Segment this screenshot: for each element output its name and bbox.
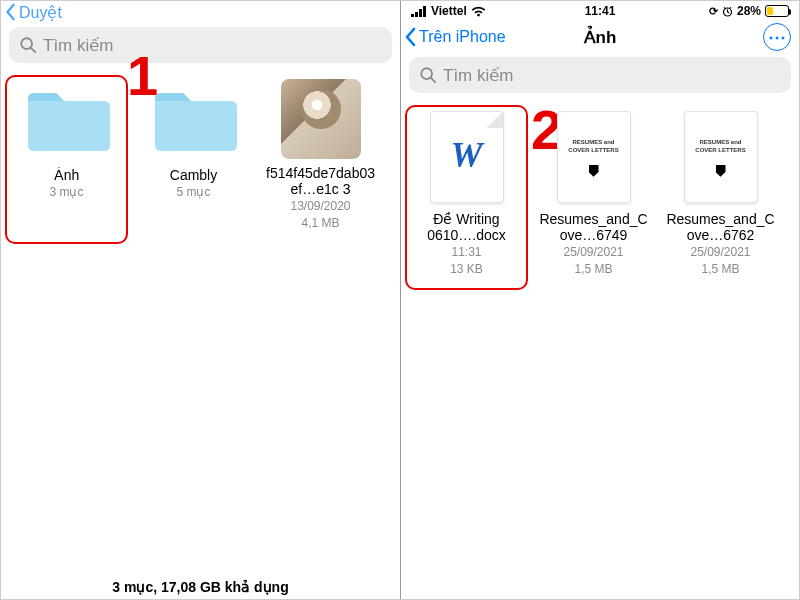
search-input[interactable]: Tìm kiếm [409,57,791,93]
svg-point-11 [421,68,432,79]
search-input[interactable]: Tìm kiếm [9,27,392,63]
carrier-label: Viettel [431,4,467,18]
right-pane: Viettel 11:41 ⟳ 28% Trên iPhone Ảnh ⋯ Tì… [400,1,799,599]
search-wrap: Tìm kiếm [401,53,799,99]
wifi-icon [471,6,486,17]
svg-rect-3 [415,12,418,17]
search-icon [19,36,37,54]
search-placeholder: Tìm kiếm [43,35,113,56]
signal-icon [411,6,427,17]
image-thumbnail [281,79,361,159]
item-name: Ảnh [54,167,80,183]
folder-icon [24,79,110,161]
svg-line-1 [31,48,35,52]
search-wrap: Tìm kiếm [1,23,400,69]
item-size: 1,5 MB [701,262,739,276]
item-name: Cambly [170,167,217,183]
item-size: 4,1 MB [301,216,339,230]
left-pane: Duyệt Tìm kiếm 1 Ảnh 3 mục Cambly 5 mục [1,1,400,599]
item-name: Resumes_and_Cove…6749 [536,211,651,243]
svg-line-12 [431,78,435,82]
status-bar: Viettel 11:41 ⟳ 28% [401,1,799,21]
rotation-lock-icon: ⟳ [709,5,718,18]
battery-pct: 28% [737,4,761,18]
word-icon: W [450,134,482,176]
item-name: Đề Writing 0610….docx [409,211,524,243]
back-label: Duyệt [19,3,62,22]
file-grid: Ảnh 3 mục Cambly 5 mục f514f45de7dab03ef… [1,69,400,250]
file-pdf-2[interactable]: RESUMES and COVER LETTERS Resumes_and_Co… [663,109,778,286]
item-name: Resumes_and_Cove…6762 [663,211,778,243]
nav-bar: Duyệt [1,1,400,23]
doc-thumbnail: RESUMES and COVER LETTERS [551,109,637,205]
folder-cambly[interactable]: Cambly 5 mục [136,79,251,240]
file-photo[interactable]: f514f45de7dab03ef…e1c 3 13/09/2020 4,1 M… [263,79,378,240]
back-button[interactable]: Duyệt [5,3,62,22]
back-button[interactable]: Trên iPhone [405,27,506,47]
file-pdf-1[interactable]: RESUMES and COVER LETTERS Resumes_and_Co… [536,109,651,286]
doc-thumbnail: RESUMES and COVER LETTERS [678,109,764,205]
status-right: ⟳ 28% [709,4,789,18]
folder-anh[interactable]: Ảnh 3 mục [9,79,124,240]
svg-line-8 [727,12,729,13]
file-grid: W Đề Writing 0610….docx 11:31 13 KB RESU… [401,99,799,296]
item-sub: 3 mục [49,185,83,199]
item-date: 25/09/2021 [690,245,750,259]
battery-icon [765,5,789,17]
item-name: f514f45de7dab03ef…e1c 3 [263,165,378,197]
back-label: Trên iPhone [419,28,506,46]
search-icon [419,66,437,84]
svg-point-0 [21,38,32,49]
svg-rect-2 [411,14,414,17]
chevron-left-icon [405,27,417,47]
nav-bar: Trên iPhone Ảnh ⋯ [401,21,799,53]
folder-icon [151,79,237,161]
item-date: 13/09/2020 [290,199,350,213]
svg-line-9 [724,7,726,8]
item-date: 11:31 [451,245,481,259]
item-size: 1,5 MB [574,262,612,276]
svg-rect-4 [419,9,422,17]
svg-rect-5 [423,6,426,17]
search-placeholder: Tìm kiếm [443,65,513,86]
alarm-icon [722,6,733,17]
storage-footer: 3 mục, 17,08 GB khả dụng [1,579,400,595]
chevron-left-icon [5,3,17,21]
status-time: 11:41 [585,4,616,18]
nav-title: Ảnh [584,27,617,48]
file-docx[interactable]: W Đề Writing 0610….docx 11:31 13 KB [409,109,524,286]
status-left: Viettel [411,4,486,18]
doc-thumbnail: W [424,109,510,205]
more-button[interactable]: ⋯ [763,23,791,51]
item-size: 13 KB [450,262,483,276]
item-date: 25/09/2021 [563,245,623,259]
svg-line-10 [729,7,731,8]
item-sub: 5 mục [176,185,210,199]
